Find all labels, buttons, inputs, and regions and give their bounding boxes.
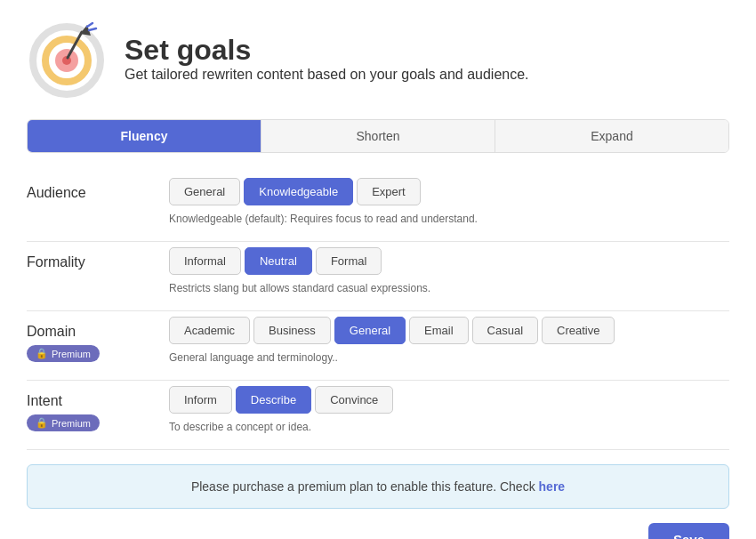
domain-casual-btn[interactable]: Casual [472, 317, 538, 344]
intent-premium-badge: 🔒 Premium [27, 414, 100, 431]
formality-informal-btn[interactable]: Informal [169, 247, 241, 275]
audience-general-btn[interactable]: General [169, 178, 240, 205]
save-button[interactable]: Save [648, 523, 729, 539]
audience-row: Audience General Knowledgeable Expert Kn… [27, 178, 729, 242]
audience-label: Audience [27, 185, 86, 200]
page-subtitle: Get tailored rewriten content based on y… [125, 67, 529, 83]
tabs-container: Fluency Shorten Expand [27, 119, 729, 153]
domain-premium-label: Premium [52, 349, 91, 359]
intent-row: Intent 🔒 Premium Inform Describe Convinc… [27, 386, 729, 450]
intent-label-col: Intent 🔒 Premium [27, 386, 169, 431]
formality-label-col: Formality [27, 247, 169, 270]
lock-icon: 🔒 [36, 348, 48, 359]
intent-hint: To describe a concept or idea. [169, 421, 729, 433]
domain-creative-btn[interactable]: Creative [542, 317, 615, 344]
audience-button-group: General Knowledgeable Expert [169, 178, 729, 205]
intent-label: Intent [27, 393, 62, 408]
premium-notice: Please purchase a premium plan to enable… [27, 464, 729, 509]
formality-row: Formality Informal Neutral Formal Restri… [27, 247, 729, 311]
intent-content: Inform Describe Convince To describe a c… [169, 386, 729, 433]
formality-formal-btn[interactable]: Formal [316, 247, 382, 275]
page-header: Set goals Get tailored rewriten content … [27, 18, 729, 98]
svg-line-6 [87, 23, 92, 27]
domain-button-group: Academic Business General Email Casual C… [169, 317, 729, 344]
svg-line-7 [89, 28, 96, 30]
intent-describe-btn[interactable]: Describe [236, 386, 311, 414]
lock-icon-intent: 🔒 [36, 417, 48, 429]
tab-fluency[interactable]: Fluency [28, 120, 261, 152]
audience-content: General Knowledgeable Expert Knowledgeab… [169, 178, 729, 225]
domain-hint: General language and terminology.. [169, 351, 729, 364]
tab-expand[interactable]: Expand [495, 120, 728, 152]
tab-shorten[interactable]: Shorten [261, 120, 495, 152]
formality-content: Informal Neutral Formal Restricts slang … [169, 247, 729, 294]
header-text-block: Set goals Get tailored rewriten content … [125, 34, 529, 83]
domain-label: Domain [27, 324, 76, 339]
premium-notice-text: Please purchase a premium plan to enable… [191, 479, 535, 494]
domain-academic-btn[interactable]: Academic [169, 317, 250, 344]
footer: Save [27, 523, 729, 539]
audience-expert-btn[interactable]: Expert [357, 178, 421, 205]
formality-neutral-btn[interactable]: Neutral [245, 247, 312, 275]
audience-knowledgeable-btn[interactable]: Knowledgeable [244, 178, 353, 205]
formality-button-group: Informal Neutral Formal [169, 247, 729, 275]
intent-button-group: Inform Describe Convince [169, 386, 729, 414]
intent-premium-label: Premium [52, 418, 91, 429]
page-title: Set goals [125, 34, 529, 67]
domain-business-btn[interactable]: Business [253, 317, 331, 344]
domain-content: Academic Business General Email Casual C… [169, 317, 729, 364]
premium-notice-link[interactable]: here [539, 479, 566, 494]
domain-label-col: Domain 🔒 Premium [27, 317, 169, 362]
domain-premium-badge: 🔒 Premium [27, 345, 100, 362]
audience-label-col: Audience [27, 178, 169, 201]
intent-inform-btn[interactable]: Inform [169, 386, 232, 414]
target-icon [27, 18, 107, 98]
domain-email-btn[interactable]: Email [409, 317, 469, 344]
domain-row: Domain 🔒 Premium Academic Business Gener… [27, 317, 729, 381]
domain-general-btn[interactable]: General [334, 317, 406, 344]
formality-hint: Restricts slang but allows standard casu… [169, 282, 729, 294]
formality-label: Formality [27, 254, 85, 270]
intent-convince-btn[interactable]: Convince [315, 386, 393, 414]
audience-hint: Knowledgeable (default): Requires focus … [169, 213, 729, 225]
